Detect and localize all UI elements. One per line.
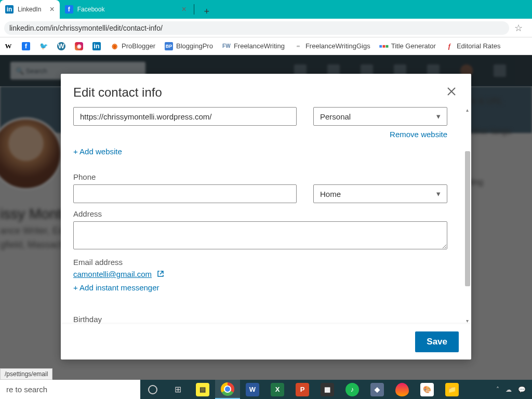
- email-link[interactable]: camontelli@gmail.com: [73, 270, 152, 278]
- spotify-icon[interactable]: ♪: [340, 380, 365, 399]
- status-tooltip: /psettings/email: [0, 368, 52, 380]
- bookmark-wikipedia[interactable]: W: [4, 42, 12, 50]
- action-center-icon[interactable]: 💬: [518, 386, 526, 393]
- app-icon[interactable]: ◆: [365, 380, 390, 399]
- bookmarks-bar: W f 🐦 W ◉ in ◉ProBlogger BPBloggingPro F…: [0, 37, 532, 55]
- bookmark-freelancewritinggigs[interactable]: ⎓FreelanceWritingGigs: [294, 42, 370, 50]
- email-label: Email address: [73, 258, 459, 267]
- bookmark-wordpress[interactable]: W: [57, 42, 65, 50]
- tray-chevron-icon[interactable]: ˄: [496, 386, 499, 393]
- chrome-icon[interactable]: [215, 380, 240, 399]
- balloon-icon[interactable]: [390, 380, 415, 399]
- taskbar-search[interactable]: re to search: [0, 380, 140, 399]
- address-input[interactable]: [73, 221, 447, 249]
- paint-icon[interactable]: 🎨: [415, 380, 440, 399]
- scroll-thumb[interactable]: [465, 151, 470, 286]
- website-url-input[interactable]: [73, 107, 297, 126]
- cortana-icon[interactable]: [140, 380, 165, 399]
- powerpoint-icon[interactable]: P: [290, 380, 315, 399]
- tab-title: Facebook: [77, 6, 105, 13]
- edit-contact-modal: Edit contact info Personal ▾ Remove webs…: [61, 74, 471, 360]
- url-input[interactable]: [4, 21, 509, 35]
- modal-body: Personal ▾ Remove website + Add website …: [61, 107, 471, 324]
- bookmark-editorialrates[interactable]: fEditorial Rates: [445, 42, 501, 50]
- website-type-select[interactable]: Personal ▾: [313, 107, 447, 126]
- modal-overlay: Edit contact info Personal ▾ Remove webs…: [0, 55, 532, 380]
- bookmark-star-icon[interactable]: ☆: [514, 22, 523, 34]
- address-label: Address: [73, 209, 459, 218]
- add-website-link[interactable]: + Add website: [73, 147, 122, 156]
- tab-linkedin[interactable]: in LinkedIn ×: [0, 0, 60, 19]
- bookmark-titlegenerator[interactable]: ■■■Title Generator: [380, 42, 436, 50]
- task-view-icon[interactable]: ⊞: [165, 380, 190, 399]
- address-bar: ☆: [0, 19, 532, 37]
- new-tab-button[interactable]: +: [200, 4, 214, 19]
- bookmark-linkedin[interactable]: in: [92, 42, 101, 50]
- linkedin-favicon: in: [5, 5, 14, 14]
- scrollbar[interactable]: ▴ ▾: [464, 107, 470, 324]
- facebook-favicon: f: [65, 5, 73, 14]
- tab-title: LinkedIn: [18, 6, 41, 13]
- sticky-notes-icon[interactable]: ▤: [190, 380, 215, 399]
- browser-tabs-bar: in LinkedIn × f Facebook × +: [0, 0, 532, 19]
- system-tray[interactable]: ˄ ☁ 💬: [496, 386, 532, 393]
- tab-divider: [194, 4, 194, 15]
- word-icon[interactable]: W: [240, 380, 265, 399]
- file-explorer-icon[interactable]: 📁: [440, 380, 464, 399]
- modal-footer: Save: [61, 324, 471, 360]
- bookmark-instagram[interactable]: ◉: [75, 42, 83, 50]
- close-icon[interactable]: ×: [181, 5, 186, 14]
- excel-icon[interactable]: X: [265, 380, 290, 399]
- close-icon[interactable]: ×: [49, 5, 54, 14]
- birthday-label: Birthday: [73, 315, 459, 324]
- tab-facebook[interactable]: f Facebook ×: [60, 0, 192, 19]
- bookmark-facebook[interactable]: f: [22, 42, 30, 50]
- chevron-down-icon: ▾: [436, 189, 441, 198]
- modal-header: Edit contact info: [61, 74, 471, 107]
- bookmark-bloggingpro[interactable]: BPBloggingPro: [165, 42, 213, 50]
- calculator-icon[interactable]: ▦: [315, 380, 340, 399]
- bookmark-freelancewriting[interactable]: FWFreelanceWriting: [222, 42, 285, 50]
- chevron-down-icon: ▾: [436, 112, 441, 121]
- close-icon[interactable]: [444, 83, 459, 102]
- phone-type-select[interactable]: Home ▾: [313, 184, 447, 203]
- taskbar: re to search ⊞ ▤ W X P ▦ ♪ ◆ 🎨 📁 ˄ ☁ 💬: [0, 380, 532, 399]
- save-button[interactable]: Save: [415, 331, 459, 352]
- external-link-icon: [157, 271, 164, 278]
- bookmark-problogger[interactable]: ◉ProBlogger: [110, 42, 155, 50]
- bookmark-twitter[interactable]: 🐦: [39, 42, 48, 50]
- cloud-icon[interactable]: ☁: [506, 386, 512, 393]
- phone-label: Phone: [73, 172, 459, 181]
- phone-input[interactable]: [73, 184, 297, 203]
- modal-title: Edit contact info: [73, 85, 162, 100]
- remove-website-link[interactable]: Remove website: [73, 130, 447, 139]
- add-im-link[interactable]: + Add instant messenger: [73, 283, 159, 292]
